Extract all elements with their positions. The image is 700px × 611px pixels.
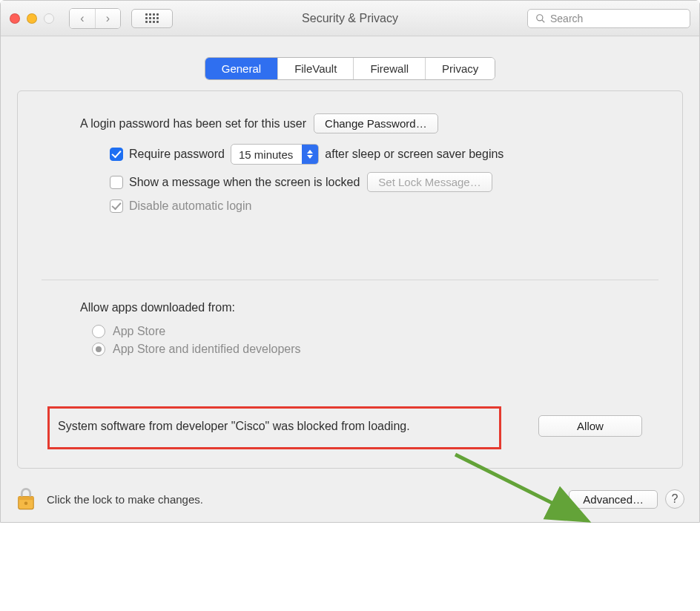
svg-point-0 bbox=[537, 14, 543, 20]
tab-bar: General FileVault Firewall Privacy bbox=[17, 57, 683, 80]
require-password-delay-select[interactable]: 15 minutes bbox=[231, 144, 319, 165]
radio-app-store-identified[interactable]: App Store and identified developers bbox=[92, 343, 650, 356]
footer: Click the lock to make changes. Advanced… bbox=[1, 476, 699, 522]
search-input[interactable] bbox=[550, 13, 682, 24]
radio-icon bbox=[92, 343, 105, 356]
traffic-lights bbox=[10, 13, 54, 24]
help-button[interactable]: ? bbox=[665, 489, 684, 509]
require-password-row: Require password 15 minutes after sleep … bbox=[110, 144, 650, 213]
disable-auto-login-label: Disable automatic login bbox=[129, 199, 251, 213]
require-password-label: Require password bbox=[129, 148, 225, 161]
minimize-window-button[interactable] bbox=[27, 13, 37, 24]
question-mark-icon: ? bbox=[672, 492, 678, 506]
set-lock-message-button[interactable]: Set Lock Message… bbox=[367, 172, 492, 192]
zoom-window-button[interactable] bbox=[44, 13, 54, 24]
content-area: General FileVault Firewall Privacy A log… bbox=[1, 36, 699, 476]
close-window-button[interactable] bbox=[10, 13, 20, 24]
change-password-button[interactable]: Change Password… bbox=[314, 113, 438, 133]
svg-line-1 bbox=[542, 20, 544, 22]
login-password-text: A login password has been set for this u… bbox=[80, 117, 306, 131]
general-panel: A login password has been set for this u… bbox=[17, 90, 683, 469]
svg-point-6 bbox=[24, 501, 28, 505]
chevron-left-icon: ‹ bbox=[80, 12, 84, 24]
tab-firewall[interactable]: Firewall bbox=[353, 58, 425, 79]
divider bbox=[42, 280, 658, 280]
select-stepper-icon bbox=[302, 145, 318, 164]
show-message-label: Show a message when the screen is locked bbox=[129, 176, 360, 189]
allow-apps-radio-group: App Store App Store and identified devel… bbox=[92, 325, 650, 356]
svg-rect-5 bbox=[19, 497, 33, 501]
titlebar: ‹ › Security & Privacy bbox=[1, 1, 699, 36]
preferences-window: ‹ › Security & Privacy General FileVault… bbox=[0, 0, 700, 523]
tab-general[interactable]: General bbox=[205, 58, 277, 79]
radio-identified-label: App Store and identified developers bbox=[113, 343, 301, 356]
allow-button[interactable]: Allow bbox=[538, 415, 642, 437]
require-password-checkbox[interactable] bbox=[110, 148, 123, 161]
tab-privacy[interactable]: Privacy bbox=[425, 58, 495, 79]
tab-filevault[interactable]: FileVault bbox=[277, 58, 353, 79]
require-password-delay-value: 15 minutes bbox=[231, 146, 302, 163]
radio-icon bbox=[92, 325, 105, 338]
nav-back-forward: ‹ › bbox=[69, 8, 121, 29]
blocked-software-message: System software from developer "Cisco" w… bbox=[58, 420, 410, 433]
disable-auto-login-checkbox[interactable] bbox=[110, 199, 123, 213]
forward-button[interactable]: › bbox=[95, 9, 120, 28]
allow-apps-title: Allow apps downloaded from: bbox=[80, 301, 650, 314]
require-password-suffix: after sleep or screen saver begins bbox=[325, 148, 503, 161]
radio-app-store[interactable]: App Store bbox=[92, 325, 650, 338]
blocked-software-row: System software from developer "Cisco" w… bbox=[50, 403, 650, 449]
show-all-button[interactable] bbox=[131, 9, 173, 28]
chevron-right-icon: › bbox=[106, 12, 110, 24]
radio-app-store-label: App Store bbox=[113, 325, 165, 338]
show-message-checkbox[interactable] bbox=[110, 176, 123, 189]
search-icon bbox=[535, 13, 546, 24]
search-field[interactable] bbox=[527, 9, 690, 28]
login-password-row: A login password has been set for this u… bbox=[80, 113, 650, 133]
advanced-button[interactable]: Advanced… bbox=[569, 490, 658, 509]
lock-text: Click the lock to make changes. bbox=[47, 493, 203, 506]
lock-icon[interactable] bbox=[16, 486, 36, 512]
back-button[interactable]: ‹ bbox=[70, 9, 95, 28]
grid-icon bbox=[145, 13, 159, 23]
